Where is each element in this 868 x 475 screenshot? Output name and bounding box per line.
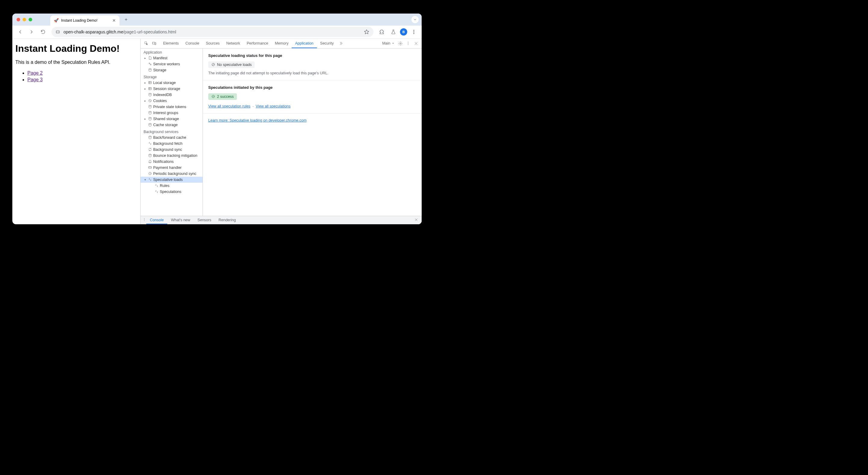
sidebar-item-bounce-tracking[interactable]: Bounce tracking mitigation	[141, 153, 203, 159]
status-message: The initiating page did not attempt to s…	[208, 71, 416, 75]
svg-rect-6	[155, 43, 156, 44]
sidebar-item-payment-handler[interactable]: Payment handler	[141, 165, 203, 171]
frame-selector[interactable]: Main	[380, 41, 396, 46]
initiated-section: Speculations initiated by this page 2 su…	[203, 80, 422, 114]
minimize-window-button[interactable]	[23, 18, 26, 21]
inspect-element-button[interactable]	[142, 39, 150, 47]
sidebar-item-storage[interactable]: Storage	[141, 67, 203, 73]
page-heading: Instant Loading Demo!	[16, 43, 137, 54]
svg-point-8	[408, 42, 408, 42]
status-heading: Speculative loading status for this page	[208, 53, 416, 58]
site-info-icon[interactable]	[55, 29, 61, 35]
labs-button[interactable]	[389, 27, 398, 37]
devtools-tab-memory[interactable]: Memory	[272, 39, 292, 48]
drawer-tab-whatsnew[interactable]: What's new	[167, 216, 194, 224]
devtools-menu-button[interactable]	[404, 39, 412, 47]
svg-point-3	[413, 33, 414, 34]
sidebar-group-application: Application	[141, 49, 203, 55]
success-chip: 2 success	[208, 93, 237, 100]
svg-rect-14	[149, 82, 151, 84]
drawer-tab-sensors[interactable]: Sensors	[194, 216, 215, 224]
svg-point-16	[149, 93, 151, 94]
devtools-tab-network[interactable]: Network	[223, 39, 244, 48]
address-bar[interactable]: open-chalk-asparagus.glitch.me/page1-url…	[52, 27, 373, 37]
learn-more-section: Learn more: Speculative loading on devel…	[203, 114, 422, 127]
view-rules-link[interactable]: View all speculation rules	[208, 104, 250, 108]
svg-point-29	[212, 95, 215, 98]
devtools-tab-performance[interactable]: Performance	[244, 39, 272, 48]
devtools-drawer: Console What's new Sensors Rendering	[141, 216, 422, 224]
svg-point-22	[149, 117, 151, 118]
status-section: Speculative loading status for this page…	[203, 49, 422, 80]
svg-point-2	[413, 32, 414, 32]
page-link[interactable]: Page 3	[27, 77, 43, 82]
panel-links: View all speculation rules · View all sp…	[208, 104, 416, 108]
extensions-button[interactable]	[377, 27, 387, 37]
sidebar-item-cookies[interactable]: ▸Cookies	[141, 98, 203, 104]
sidebar-item-bg-sync[interactable]: Background sync	[141, 147, 203, 153]
tab-strip: 🚀 Instant Loading Demo! ✕ +	[12, 13, 422, 26]
sidebar-item-local-storage[interactable]: ▸Local storage	[141, 80, 203, 86]
sidebar-item-notifications[interactable]: Notifications	[141, 159, 203, 165]
sidebar-item-spec-rules[interactable]: Rules	[141, 183, 203, 189]
profile-avatar[interactable]: B	[400, 28, 407, 35]
page-link-list: Page 2 Page 3	[16, 70, 137, 83]
tab-title: Instant Loading Demo!	[61, 18, 110, 23]
new-tab-button[interactable]: +	[122, 16, 130, 24]
svg-point-30	[144, 218, 145, 219]
page-content: Instant Loading Demo! This is a demo of …	[12, 39, 140, 224]
tab-close-button[interactable]: ✕	[112, 18, 116, 23]
close-window-button[interactable]	[17, 18, 20, 21]
sidebar-item-bg-fetch[interactable]: Background fetch	[141, 141, 203, 147]
settings-button[interactable]	[396, 39, 404, 47]
drawer-tab-rendering[interactable]: Rendering	[215, 216, 240, 224]
browser-toolbar: open-chalk-asparagus.glitch.me/page1-url…	[12, 26, 422, 39]
sidebar-item-shared-storage[interactable]: ▸Shared storage	[141, 116, 203, 122]
devtools-tab-application[interactable]: Application	[292, 39, 317, 48]
browser-menu-button[interactable]	[409, 27, 418, 37]
devtools-tab-security[interactable]: Security	[317, 39, 337, 48]
tab-list-button[interactable]	[411, 16, 418, 23]
svg-point-7	[400, 43, 401, 44]
bookmark-button[interactable]	[363, 27, 370, 37]
svg-point-9	[408, 43, 408, 43]
view-speculations-link[interactable]: View all speculations	[256, 104, 291, 108]
sidebar-item-indexeddb[interactable]: IndexedDB	[141, 92, 203, 98]
device-toolbar-button[interactable]	[150, 39, 158, 47]
sidebar-item-speculative-loads[interactable]: ▾Speculative loads	[141, 177, 203, 183]
devtools-tab-console[interactable]: Console	[182, 39, 203, 48]
devtools-tabbar: Elements Console Sources Network Perform…	[141, 39, 422, 49]
window-controls	[17, 18, 32, 21]
reload-button[interactable]	[38, 27, 48, 37]
more-tabs-button[interactable]	[337, 39, 345, 47]
sidebar-item-interest-groups[interactable]: Interest groups	[141, 110, 203, 116]
back-button[interactable]	[16, 27, 25, 37]
svg-point-10	[408, 44, 408, 45]
sidebar-item-cache-storage[interactable]: Cache storage	[141, 122, 203, 128]
sidebar-item-service-workers[interactable]: Service workers	[141, 61, 203, 67]
svg-point-24	[149, 136, 151, 137]
sidebar-item-manifest[interactable]: ▸Manifest	[141, 55, 203, 61]
speculative-loads-panel: Speculative loading status for this page…	[203, 49, 422, 216]
learn-more-link[interactable]: Learn more: Speculative loading on devel…	[208, 118, 307, 122]
devtools-tab-sources[interactable]: Sources	[203, 39, 223, 48]
drawer-menu-button[interactable]	[142, 218, 146, 222]
maximize-window-button[interactable]	[29, 18, 32, 21]
sidebar-item-session-storage[interactable]: ▸Session storage	[141, 86, 203, 92]
svg-rect-26	[148, 167, 151, 169]
prohibit-icon	[211, 63, 215, 66]
drawer-tab-console[interactable]: Console	[146, 216, 167, 224]
forward-button[interactable]	[27, 27, 36, 37]
page-link[interactable]: Page 2	[27, 70, 43, 76]
devtools-close-button[interactable]	[412, 39, 420, 47]
sidebar-item-spec-speculations[interactable]: Speculations	[141, 189, 203, 195]
sidebar-item-bfcache[interactable]: Back/forward cache	[141, 135, 203, 141]
sidebar-item-periodic-sync[interactable]: Periodic background sync	[141, 171, 203, 177]
devtools-tab-elements[interactable]: Elements	[160, 39, 182, 48]
svg-point-21	[149, 111, 151, 112]
sidebar-item-private-tokens[interactable]: Private state tokens	[141, 104, 203, 110]
browser-tab[interactable]: 🚀 Instant Loading Demo! ✕	[50, 16, 120, 26]
svg-point-32	[144, 220, 145, 221]
svg-point-18	[149, 100, 150, 100]
drawer-close-button[interactable]	[413, 218, 420, 222]
